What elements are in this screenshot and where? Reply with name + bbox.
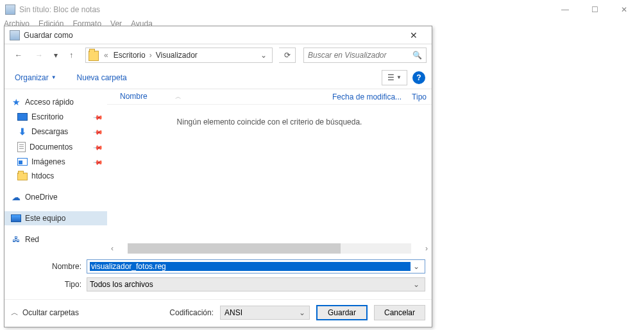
column-modified[interactable]: Fecha de modifica... (327, 92, 407, 101)
onedrive-icon: ☁ (11, 192, 21, 202)
save-button-label: Guardar (328, 308, 356, 317)
download-icon: ⬇ (17, 126, 28, 137)
encoding-value: ANSI (225, 308, 242, 317)
pin-icon: 📌 (93, 157, 103, 167)
nav-network[interactable]: 🖧 Red (4, 232, 107, 247)
pin-icon: 📌 (93, 126, 103, 137)
navigation-pane[interactable]: ★ Acceso rápido Escritorio 📌 ⬇ Descargas… (4, 89, 107, 254)
filetype-select[interactable]: Todos los archivos ⌄ (87, 277, 425, 291)
chevron-up-icon: ︿ (11, 308, 19, 318)
images-icon (17, 158, 28, 166)
footer-right: Codificación: ANSI ⌄ Guardar Cancelar (169, 305, 425, 320)
nav-this-pc-label: Este equipo (25, 214, 65, 223)
dialog-toolbar: Organizar ▼ Nueva carpeta ☰ ▼ ? (4, 66, 432, 89)
nav-this-pc[interactable]: Este equipo (4, 211, 107, 225)
horizontal-scrollbar[interactable]: ‹ › (107, 243, 432, 254)
chevron-down-icon: ▼ (51, 74, 56, 80)
encoding-select[interactable]: ANSI ⌄ (220, 306, 310, 320)
dialog-titlebar[interactable]: Guardar como ✕ (4, 26, 432, 44)
nav-item-descargas[interactable]: ⬇ Descargas 📌 (4, 124, 107, 139)
column-type[interactable]: Tipo (407, 92, 432, 101)
organize-button[interactable]: Organizar ▼ (11, 71, 60, 85)
folder-icon (89, 51, 99, 61)
view-mode-button[interactable]: ☰ ▼ (382, 70, 407, 85)
dialog-title: Guardar como (24, 31, 73, 40)
dialog-fields: Nombre: visualizador_fotos.reg ⌄ Tipo: T… (4, 254, 432, 299)
nav-item-escritorio[interactable]: Escritorio 📌 (4, 110, 107, 124)
chevron-right-icon: › (148, 51, 153, 60)
column-name[interactable]: Nombre ︿ (115, 92, 327, 101)
filetype-row: Tipo: Todos los archivos ⌄ (11, 277, 425, 291)
nav-up-button[interactable]: ↑ (64, 47, 79, 64)
dialog-icon (10, 30, 20, 40)
star-icon: ★ (11, 97, 21, 107)
search-input[interactable] (308, 51, 410, 60)
nav-item-documentos[interactable]: Documentos 📌 (4, 139, 107, 155)
filename-dropdown[interactable]: ⌄ (411, 262, 422, 271)
filename-label: Nombre: (11, 262, 87, 271)
column-name-label: Nombre (120, 92, 148, 101)
dialog-close-button[interactable]: ✕ (401, 27, 427, 44)
window-controls: — ☐ ✕ (550, 0, 639, 19)
minimize-button[interactable]: — (550, 0, 580, 19)
save-as-dialog: Guardar como ✕ ← → ▾ ↑ « Escritorio › Vi… (4, 26, 432, 327)
desktop-icon (17, 113, 28, 121)
breadcrumb-escritorio[interactable]: Escritorio (111, 51, 148, 60)
breadcrumb-back[interactable]: « (101, 51, 111, 60)
scroll-right-icon[interactable]: › (421, 243, 432, 254)
notepad-title: Sin título: Bloc de notas (19, 5, 100, 14)
search-icon[interactable]: 🔍 (412, 51, 422, 60)
filetype-value: Todos los archivos (90, 280, 411, 289)
nav-quick-access-label: Acceso rápido (25, 98, 74, 107)
new-folder-button[interactable]: Nueva carpeta (73, 71, 131, 85)
address-dropdown[interactable]: ⌄ (258, 51, 269, 60)
scrollbar-thumb[interactable] (128, 243, 341, 254)
scrollbar-track[interactable] (128, 243, 411, 254)
help-label: ? (416, 73, 421, 82)
breadcrumb-visualizador[interactable]: Visualizador (153, 51, 200, 60)
close-button[interactable]: ✕ (609, 0, 639, 19)
notepad-icon (5, 4, 15, 15)
dialog-body: ★ Acceso rápido Escritorio 📌 ⬇ Descargas… (4, 89, 432, 254)
filename-value[interactable]: visualizador_fotos.reg (90, 262, 411, 271)
new-folder-label: Nueva carpeta (77, 73, 127, 82)
file-list-pane: Nombre ︿ Fecha de modifica... Tipo Ningú… (107, 89, 432, 254)
nav-item-label: Descargas (31, 127, 68, 136)
refresh-button[interactable]: ⟳ (279, 48, 296, 63)
nav-onedrive-label: OneDrive (25, 193, 58, 202)
view-controls: ☰ ▼ ? (382, 70, 425, 85)
maximize-button[interactable]: ☐ (580, 0, 609, 19)
address-bar[interactable]: « Escritorio › Visualizador ⌄ (85, 48, 273, 63)
nav-onedrive[interactable]: ☁ OneDrive (4, 189, 107, 205)
pin-icon: 📌 (93, 142, 103, 152)
scroll-left-icon[interactable]: ‹ (107, 243, 117, 254)
nav-item-label: Imágenes (31, 157, 65, 166)
organize-label: Organizar (15, 73, 49, 82)
notepad-titlebar[interactable]: Sin título: Bloc de notas — ☐ ✕ (0, 0, 644, 19)
filename-input[interactable]: visualizador_fotos.reg ⌄ (87, 259, 425, 274)
nav-recent-dropdown[interactable]: ▾ (51, 47, 61, 64)
filetype-label: Tipo: (11, 280, 87, 289)
empty-message: Ningún elemento coincide con el criterio… (107, 105, 432, 243)
search-box[interactable]: 🔍 (303, 48, 427, 63)
nav-forward-button[interactable]: → (30, 47, 48, 64)
nav-item-label: htdocs (31, 171, 54, 180)
help-button[interactable]: ? (412, 71, 425, 84)
sort-indicator-icon: ︿ (175, 93, 182, 100)
filetype-dropdown[interactable]: ⌄ (411, 280, 422, 289)
cancel-button-label: Cancelar (384, 308, 415, 317)
nav-quick-access[interactable]: ★ Acceso rápido (4, 94, 107, 110)
save-button[interactable]: Guardar (316, 305, 368, 320)
encoding-label: Codificación: (169, 308, 214, 317)
nav-network-label: Red (25, 235, 39, 244)
nav-item-label: Documentos (30, 143, 72, 152)
cancel-button[interactable]: Cancelar (374, 305, 425, 320)
dialog-navbar: ← → ▾ ↑ « Escritorio › Visualizador ⌄ ⟳ … (4, 44, 432, 66)
hide-folders-toggle[interactable]: ︿ Ocultar carpetas (11, 308, 79, 318)
nav-back-button[interactable]: ← (10, 47, 28, 64)
file-list-header: Nombre ︿ Fecha de modifica... Tipo (107, 89, 432, 105)
hide-folders-label: Ocultar carpetas (22, 308, 79, 317)
nav-item-imagenes[interactable]: Imágenes 📌 (4, 155, 107, 169)
encoding-dropdown[interactable]: ⌄ (299, 308, 305, 317)
nav-item-htdocs[interactable]: htdocs (4, 169, 107, 183)
